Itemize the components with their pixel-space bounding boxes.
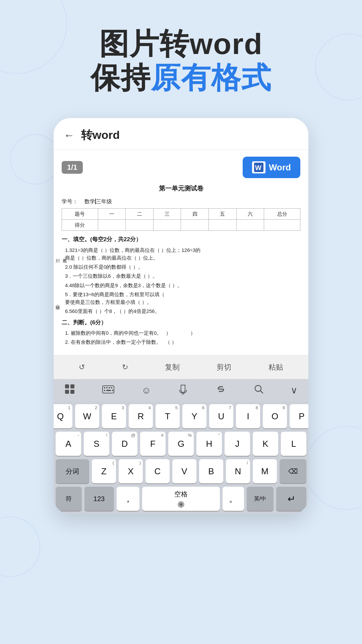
judge-item-2: 2. 在有余数的除法中，余数一定小于除数。 （ ） (62, 338, 300, 346)
key-lang[interactable]: 英/中 (247, 487, 274, 511)
key-c[interactable]: C (145, 459, 170, 483)
key-x[interactable]: )X (119, 459, 143, 483)
key-p[interactable]: 0P (290, 404, 308, 428)
judge-item-1: 1. 被除数的中间有0，商的中间也一定有0。 ） ） (62, 329, 300, 337)
kb-tool-emoji[interactable]: ☺ (139, 384, 154, 397)
header-line2-blue: 原有格式 (151, 61, 272, 94)
copy-button[interactable]: 复制 (160, 360, 184, 374)
section1: 一、填空。(每空2分，共22分） 1.321÷3的商是（ ）位数，商的最高位在（… (62, 235, 300, 315)
key-y[interactable]: 6Y (182, 404, 206, 428)
svg-rect-4 (65, 390, 69, 394)
svg-rect-5 (70, 390, 74, 394)
table-score-label: 得分 (62, 220, 98, 231)
key-z[interactable]: (Z (92, 459, 116, 483)
key-i[interactable]: 8I (236, 404, 260, 428)
doc-item-3: 3．一个三位数除以6，余数最大是（ ）。 (62, 272, 300, 280)
key-v[interactable]: V (172, 459, 196, 483)
key-comma[interactable]: ， (117, 487, 139, 511)
table-header-0: 题号 (62, 209, 98, 220)
svg-rect-11 (104, 390, 105, 391)
svg-text:W: W (255, 164, 261, 171)
app-header: ← 转word (54, 118, 308, 150)
key-o[interactable]: 9O (263, 404, 287, 428)
key-n[interactable]: /N (226, 459, 250, 483)
doc-item-1: 1.321÷3的商是（ ）位数，商的最高位在（ ）位上；126÷3的商是（ ）位… (62, 246, 300, 262)
redo-button[interactable]: ↻ (117, 361, 133, 374)
key-t[interactable]: 5T (156, 404, 180, 428)
doc-item-2: 2.0 除以任何不是0的数都得（ ）。 (62, 263, 300, 271)
key-123[interactable]: 123 (84, 487, 114, 511)
key-s[interactable]: !S (84, 432, 109, 456)
word-icon: W (252, 161, 265, 173)
keyboard-row-2: -A !S @D #F %G "H J K L (56, 432, 306, 456)
svg-rect-6 (103, 386, 114, 393)
kb-tool-voice[interactable] (176, 382, 190, 398)
key-period[interactable]: 。 (223, 487, 244, 511)
side-label-name: 姓名：封 (54, 255, 68, 259)
svg-rect-12 (106, 390, 111, 391)
key-a[interactable]: -A (56, 432, 81, 456)
score-table: 题号 一 二 三 四 五 六 总分 得分 (62, 208, 300, 231)
cut-button[interactable]: 剪切 (212, 360, 236, 374)
kb-tool-search[interactable] (251, 383, 266, 397)
key-r[interactable]: 4R (129, 404, 153, 428)
svg-line-18 (260, 390, 263, 393)
table-header-4: 四 (181, 209, 209, 220)
key-j[interactable]: J (225, 432, 250, 456)
keyboard-row-3: 分词 (Z )X C V B /N M ⌫ (56, 459, 306, 483)
section2-title: 二、判断。(6分） (62, 318, 300, 327)
table-header-3: 三 (153, 209, 181, 220)
key-q[interactable]: 1Q (54, 404, 72, 428)
svg-rect-3 (70, 384, 74, 388)
kb-tool-link[interactable] (212, 383, 230, 397)
key-sym[interactable]: 符 (56, 487, 82, 511)
key-f[interactable]: #F (140, 432, 166, 456)
key-d[interactable]: @D (112, 432, 137, 456)
key-m[interactable]: M (253, 459, 277, 483)
header-line2-prefix: 保持 (90, 61, 151, 94)
section1-title: 一、填空。(每空2分，共22分） (62, 235, 300, 244)
kb-tool-grid[interactable] (62, 382, 78, 398)
key-h[interactable]: "H (196, 432, 222, 456)
kb-tool-collapse[interactable]: ∨ (288, 383, 300, 397)
table-header-5: 五 (209, 209, 237, 220)
paste-button[interactable]: 粘贴 (264, 360, 288, 374)
header-line2: 保持原有格式 (20, 61, 342, 95)
key-k[interactable]: K (253, 432, 278, 456)
table-header-2: 二 (126, 209, 154, 220)
key-e[interactable]: 3E (102, 404, 126, 428)
key-b[interactable]: B (199, 459, 223, 483)
svg-rect-2 (65, 384, 69, 388)
kb-tool-keyboard[interactable] (100, 384, 117, 397)
phone-mockup: ← 转word 1/1 W Word 第一单元测试卷 学号 (54, 118, 308, 514)
key-g[interactable]: %G (168, 432, 194, 456)
school-num-label: 学号： (62, 197, 78, 206)
key-w[interactable]: 2W (75, 404, 99, 428)
key-l[interactable]: L (281, 432, 306, 456)
keyboard-toolbar: ☺ ∨ (54, 379, 308, 401)
back-button[interactable]: ← (64, 129, 74, 142)
word-export-button[interactable]: W Word (243, 157, 300, 178)
word-button-label: Word (269, 162, 291, 173)
app-title: 转word (81, 127, 120, 143)
school-num-value: 数学三年级 (84, 197, 112, 206)
table-header-7: 总分 (264, 209, 300, 220)
keyboard-row-1: 1Q 2W 3E 4R 5T 6Y 7U 8I 9O 0P (56, 404, 306, 428)
key-return[interactable]: ↵ (276, 487, 306, 511)
key-u[interactable]: 7U (209, 404, 233, 428)
svg-rect-9 (109, 387, 110, 388)
undo-button[interactable]: ↺ (74, 361, 89, 374)
doc-item-6: 6.560里面有（ ）个8，（ ）的4倍是256。 (62, 307, 300, 315)
svg-point-20 (180, 503, 182, 506)
section2: 二、判断。(6分） 1. 被除数的中间有0，商的中间也一定有0。 ） ） 2. … (62, 318, 300, 346)
key-space[interactable]: 空格 (142, 487, 220, 511)
key-fenci[interactable]: 分词 (56, 459, 89, 483)
table-header-6: 六 (236, 209, 264, 220)
document-content: 第一单元测试卷 学号： 数学三年级 题号 一 二 三 四 五 六 总分 (62, 183, 300, 346)
document-area: 1/1 W Word 第一单元测试卷 学号： 数学三年级 (54, 150, 308, 355)
keyboard-area: ☺ ∨ 1Q 2W 3E 4R 5T 6Y 7U 8I (54, 379, 308, 514)
svg-rect-13 (112, 390, 113, 391)
key-delete[interactable]: ⌫ (280, 459, 306, 483)
svg-rect-10 (111, 387, 112, 388)
svg-rect-8 (106, 387, 108, 388)
